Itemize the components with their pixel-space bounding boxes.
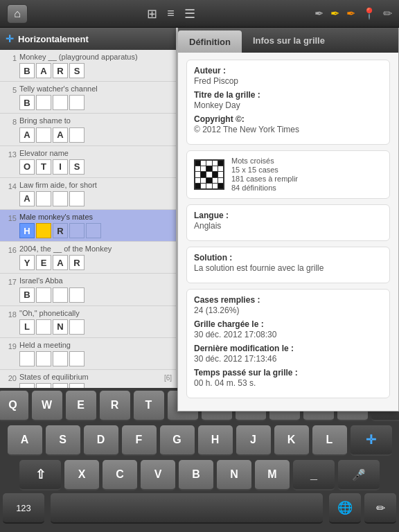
clue-num-13: 13 — [4, 149, 17, 159]
key-j[interactable]: J — [236, 425, 271, 456]
key-space[interactable] — [51, 493, 323, 524]
clue-text-1: Monkey __ (playground apparatus) — [19, 53, 155, 62]
time-row: Temps passé sur la grille : 00 h. 04 m. … — [194, 368, 382, 388]
definition-panel: Définition Infos sur la grille Auteur : … — [177, 28, 399, 411]
info-section-author: Auteur : Fred Piscop Titre de la grille … — [186, 60, 390, 145]
key-e[interactable]: E — [66, 391, 96, 421]
tab-grid-info[interactable]: Infos sur la grille — [242, 28, 336, 53]
key-b[interactable]: B — [179, 460, 213, 490]
letter-box-cursor — [36, 223, 51, 238]
clue-num-19: 19 — [4, 341, 17, 351]
letter-box — [53, 95, 68, 110]
clue-list-title: Horizontalement — [18, 34, 89, 44]
clue-num-8: 8 — [4, 116, 17, 126]
clue-num-1: 1 — [4, 53, 17, 62]
filled-label: Cases remplies : — [194, 295, 382, 305]
key-edit-special[interactable]: ✏ — [364, 493, 396, 524]
key-r[interactable]: R — [100, 391, 130, 421]
key-t[interactable]: T — [134, 391, 164, 421]
letter-box — [69, 223, 85, 238]
clue-item-8[interactable]: 8 Bring shame to A A — [0, 114, 176, 145]
key-underscore[interactable]: _ — [293, 460, 335, 490]
time-value: 00 h. 04 m. 53 s. — [194, 378, 382, 388]
clue-text-14: Law firm aide, for short — [19, 181, 172, 190]
loaded-row: Grille chargée le : 30 déc. 2012 17:08:3… — [194, 319, 382, 339]
clue-boxes-18: L N — [19, 319, 172, 335]
letter-box: B — [19, 95, 35, 110]
key-c[interactable]: C — [103, 460, 137, 490]
keyboard-bottom-row: 123 🌐 ✏ — [0, 492, 399, 525]
clue-content-13: Elevator name O T I S — [19, 149, 172, 175]
clue-content-15: Male monkey's mates H R — [19, 213, 172, 238]
title-row: Titre de la grille : Monkey Day — [194, 90, 382, 110]
key-g[interactable]: G — [160, 425, 195, 456]
def-tabs: Définition Infos sur la grille — [178, 28, 398, 53]
clue-item-15[interactable]: 15 Male monkey's mates H R — [0, 210, 176, 242]
letter-box: A — [19, 191, 35, 206]
key-globe[interactable]: 🌐 — [329, 493, 361, 524]
copyright-value: © 2012 The New York Times — [194, 125, 382, 134]
key-a[interactable]: A — [8, 425, 42, 456]
key-shift[interactable]: ⇧ — [19, 460, 61, 490]
feather2-icon[interactable]: ✒ — [330, 7, 339, 20]
clue-content-19: Held a meeting — [19, 341, 172, 366]
letter-box — [69, 319, 85, 335]
key-123[interactable]: 123 — [3, 493, 44, 524]
clue-content-14: Law firm aide, for short A — [19, 181, 172, 206]
clue-list-header: ✛ Horizontalement — [0, 28, 176, 50]
clue-item-16[interactable]: 16 2004, the __ of the Monkey Y E A R — [0, 242, 176, 274]
list-view-icon[interactable]: ≡ — [167, 6, 175, 21]
clue-content-16: 2004, the __ of the Monkey Y E A R — [19, 245, 172, 270]
key-l[interactable]: L — [312, 425, 347, 456]
time-label: Temps passé sur la grille : — [194, 368, 382, 378]
feather1-icon[interactable]: ✒ — [314, 7, 323, 20]
detail-view-icon[interactable]: ☰ — [184, 6, 195, 21]
letter-box-active: H — [19, 223, 35, 238]
letter-box — [69, 127, 85, 143]
clue-item-14[interactable]: 14 Law firm aide, for short A — [0, 178, 176, 210]
clue-text-17: Israel's Abba — [19, 276, 172, 285]
key-m[interactable]: M — [255, 460, 290, 490]
letter-box: Y — [19, 255, 35, 270]
key-special-plus[interactable]: ✛ — [351, 425, 392, 456]
clue-item-1[interactable]: 1 Monkey __ (playground apparatus) B A R… — [0, 50, 176, 82]
author-label: Auteur : — [194, 66, 382, 76]
feather3-icon[interactable]: ✒ — [346, 7, 355, 20]
pin-icon[interactable]: 📍 — [362, 7, 376, 20]
key-q[interactable]: Q — [0, 391, 28, 421]
letter-box — [36, 191, 51, 206]
clue-item-18[interactable]: 18 "Oh," phonetically L N — [0, 306, 176, 338]
key-n[interactable]: N — [217, 460, 251, 490]
key-d[interactable]: D — [84, 425, 118, 456]
grid-view-icon[interactable]: ⊞ — [147, 6, 157, 21]
def-content: Auteur : Fred Piscop Titre de la grille … — [178, 53, 398, 411]
key-h[interactable]: H — [198, 425, 233, 456]
clue-item-13[interactable]: 13 Elevator name O T I S — [0, 146, 176, 178]
key-k[interactable]: K — [274, 425, 309, 456]
home-icon: ⌂ — [14, 8, 21, 20]
info-section-grid: Mots croisés 15 x 15 cases 181 cases à r… — [186, 150, 390, 199]
clue-boxes-13: O T I S — [19, 159, 172, 175]
author-value: Fred Piscop — [194, 76, 382, 86]
letter-box: B — [19, 287, 35, 303]
clue-right-num-20: [6] — [158, 373, 172, 382]
home-button[interactable]: ⌂ — [7, 4, 28, 24]
letter-box — [69, 191, 85, 206]
key-v[interactable]: V — [141, 460, 175, 490]
letter-box — [69, 287, 85, 303]
clue-num-16: 16 — [4, 245, 17, 254]
letter-box: B — [19, 63, 35, 78]
info-section-stats: Cases remplies : 24 (13.26%) Grille char… — [186, 289, 390, 398]
key-f[interactable]: F — [122, 425, 157, 456]
clue-item-17[interactable]: 17 Israel's Abba B — [0, 274, 176, 305]
clue-item-19[interactable]: 19 Held a meeting — [0, 338, 176, 370]
key-s[interactable]: S — [46, 425, 80, 456]
edit-icon[interactable]: ✏ — [383, 7, 392, 20]
key-x[interactable]: X — [64, 460, 99, 490]
key-mic[interactable]: 🎤 — [338, 460, 380, 490]
tab-definition[interactable]: Définition — [178, 30, 242, 53]
clue-num-17: 17 — [4, 276, 17, 286]
clue-item-5[interactable]: 5 Telly watcher's channel B — [0, 82, 176, 114]
key-w[interactable]: W — [32, 391, 62, 421]
clue-text-16: 2004, the __ of the Monkey — [19, 245, 172, 254]
